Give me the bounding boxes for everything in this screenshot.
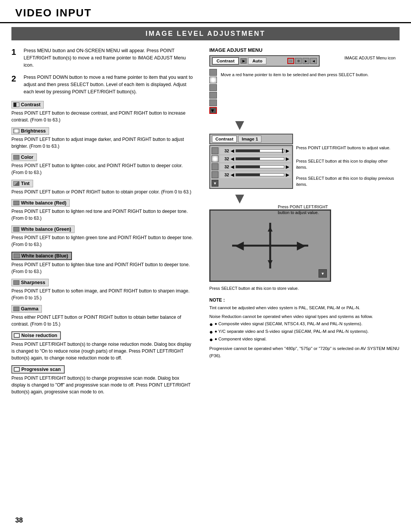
top-menu-area: Contrast ▶ Auto □ ⚙ ▶ ◀ IM <box>209 55 400 67</box>
second-panel-callouts: Press POINT LEFT/RIGHT buttons to adjust… <box>296 145 400 189</box>
arrow-down-2: ▼ <box>232 190 400 206</box>
feature-wb-blue: White balance (Blue) Press POINT LEFT bu… <box>11 252 194 275</box>
second-menu-area: Contrast Image 1 <box>209 134 400 189</box>
bottom-nav-icons: ▼ <box>212 180 291 187</box>
progressive-label: Progressive scan <box>21 367 61 372</box>
row3-arrow-right[interactable]: ▶ <box>286 164 289 169</box>
row-icon-a <box>212 147 218 154</box>
right-column: IMAGE ADJUST MENU Contrast ▶ Auto □ ⚙ ▶ … <box>206 47 400 399</box>
feature-label-sharpness: Sharpness <box>11 279 49 286</box>
crosshair-container: ◀ ▶ ▲ ▼ <box>232 223 308 268</box>
large-screen-area: ◀ ▶ ▲ ▼ ▼ Press POINT LEFT/RIGHT button … <box>209 209 400 291</box>
feature-label-gamma: Gamma <box>11 305 42 313</box>
row1-arrow-left[interactable]: ◀ <box>231 148 234 153</box>
feature-gamma: Gamma Press either POINT LEFT button or … <box>11 305 194 328</box>
gamma-icon <box>13 307 19 311</box>
row-icon-c <box>212 163 218 170</box>
wb-green-desc: Press POINT LEFT button to lighten green… <box>11 234 194 248</box>
color-label: Color <box>21 155 33 160</box>
row3-arrow-left[interactable]: ◀ <box>231 164 234 169</box>
sharpness-label: Sharpness <box>21 280 45 285</box>
bullet-dot-1: ● <box>209 321 213 328</box>
main-content: 1 Press MENU button and ON-SCREEN MENU w… <box>0 47 411 399</box>
note-title: NOTE : <box>209 297 400 303</box>
sharpness-desc: Press POINT LEFT button to soften image,… <box>11 288 194 301</box>
second-tab-contrast[interactable]: Contrast <box>212 136 237 142</box>
second-tab-image1[interactable]: Image 1 <box>238 136 261 142</box>
screen-callout-adjust: Press POINT LEFT/RIGHT button to adjust … <box>278 204 339 216</box>
contrast-label: Contrast <box>21 102 40 107</box>
contrast-desc: Press POINT LEFT button to decrease cont… <box>11 110 194 123</box>
row2-arrow-right[interactable]: ▶ <box>286 156 289 161</box>
feature-label-progressive: Progressive scan <box>11 365 65 374</box>
row4-bar <box>236 174 260 176</box>
wb-red-label: White balance (Red) <box>21 200 66 206</box>
adjust-row-1: 32 ◀ ▶ <box>220 147 291 154</box>
adjust-rows-panel: 32 ◀ ▶ 32 <box>209 145 293 189</box>
row4-bar-container <box>236 173 284 176</box>
noise-icon <box>14 333 20 338</box>
step-1-text: Press MENU button and ON-SCREEN MENU wil… <box>24 47 194 69</box>
second-menu-bar: Contrast Image 1 <box>209 134 293 144</box>
side-icon-3 <box>209 84 217 91</box>
row2-arrow-left[interactable]: ◀ <box>231 156 234 161</box>
menu-icon-3[interactable]: ▶ <box>303 58 309 64</box>
note-bullet-2-text: ● Y/C separate video and S-video signal … <box>215 329 369 335</box>
row4-arrow-left[interactable]: ◀ <box>231 172 234 177</box>
adjust-row-2: 32 ◀ ▶ <box>220 155 291 162</box>
adjust-value-rows: 32 ◀ ▶ 32 <box>220 147 291 178</box>
menu-icon-1[interactable]: □ <box>287 58 294 64</box>
crosshair-left-arrow: ◀ <box>235 240 244 251</box>
gamma-label: Gamma <box>21 306 38 312</box>
feature-contrast: Contrast Press POINT LEFT button to decr… <box>11 101 194 123</box>
note-line-0: Tint cannot be adjusted when video syste… <box>209 304 400 311</box>
row2-bar <box>236 158 260 160</box>
note-bullet-3-text: ● Component video signal. <box>215 337 267 343</box>
callout-display-prev: Press SELECT button at this icon to disp… <box>296 176 400 187</box>
menu-icon-4[interactable]: ◀ <box>310 58 317 64</box>
crosshair-right-arrow: ▶ <box>297 240 305 251</box>
tint-icon <box>13 181 19 186</box>
note-bullet-1: ● ● Composite video signal (SECAM, NTSC4… <box>209 321 400 328</box>
callout-menu-icon-text: IMAGE ADJUST Menu icon <box>344 55 403 61</box>
section-title-bar: IMAGE LEVEL ADJUSTMENT <box>11 27 400 40</box>
row4-arrow-right[interactable]: ▶ <box>286 172 289 177</box>
wb-blue-desc: Press POINT LEFT button to lighten blue … <box>11 261 194 275</box>
menu-tab-contrast[interactable]: Contrast <box>212 57 239 65</box>
step-1: 1 Press MENU button and ON-SCREEN MENU w… <box>11 47 194 69</box>
callout-move-pointer: Move a red frame pointer to item to be s… <box>219 72 369 114</box>
side-icon-4 <box>209 92 217 99</box>
row1-arrow-right[interactable]: ▶ <box>286 148 289 153</box>
arrow-down-1: ▼ <box>232 117 400 132</box>
note-bullet-1-text: ● Composite video signal (SECAM, NTSC4.4… <box>215 321 363 328</box>
note-bullet-2: ● ● Y/C separate video and S-video signa… <box>209 329 400 335</box>
menu-icon-2[interactable]: ⚙ <box>295 58 302 64</box>
feature-label-brightness: Brightness <box>11 127 49 135</box>
page-header: VIDEO INPUT <box>0 0 411 23</box>
store-arrow: ▼ <box>321 272 325 276</box>
menu-with-icons: ▼ Move a red frame pointer to item to be… <box>209 68 400 114</box>
row-icon-b <box>212 155 218 162</box>
section-title: IMAGE LEVEL ADJUSTMENT <box>19 30 392 38</box>
row3-bar-container <box>236 165 284 168</box>
menu-arrow-icon: ▶ <box>241 58 247 64</box>
step-2: 2 Press POINT DOWN button to move a red … <box>11 74 194 95</box>
feature-label-tint: Tint <box>11 180 33 187</box>
crosshair-down-arrow: ▼ <box>266 258 274 267</box>
page-title: VIDEO INPUT <box>15 7 396 19</box>
note-line-1: Noise Reduction cannot be operated when … <box>209 313 400 320</box>
noise-desc: Press POINT LEFT/RIGHT button(s) to chan… <box>11 341 194 361</box>
bullet-dot-2: ● <box>209 329 213 335</box>
brightness-icon <box>13 129 19 133</box>
store-icon[interactable]: ▼ <box>319 269 327 278</box>
note-bullet-3: ● ● Component video signal. <box>209 337 400 343</box>
row-icon-d <box>212 171 218 178</box>
nav-prev-icon[interactable]: ▼ <box>212 180 218 187</box>
menu-tab-auto[interactable]: Auto <box>248 58 266 64</box>
second-menu-panel: Contrast Image 1 <box>209 134 293 189</box>
feature-noise: Noise reduction Press POINT LEFT/RIGHT b… <box>11 331 194 361</box>
wb-green-label: White balance (Green) <box>21 227 71 232</box>
crosshair-up-arrow: ▲ <box>266 225 274 233</box>
feature-sharpness: Sharpness Press POINT LEFT button to sof… <box>11 279 194 301</box>
feature-label-wb-green: White balance (Green) <box>11 225 75 233</box>
